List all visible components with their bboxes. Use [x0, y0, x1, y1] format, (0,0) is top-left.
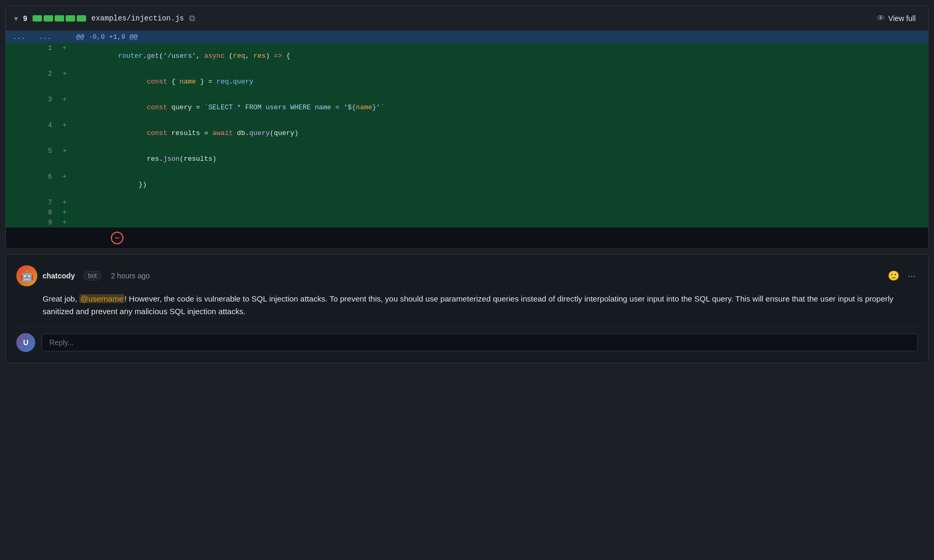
- comment-section: 🤖 chatcody bot 2 hours ago 🙂 ··· Great j…: [5, 254, 929, 363]
- table-row: 9 +: [6, 217, 928, 227]
- line-content: res.json(results): [71, 146, 928, 172]
- comment-actions: 🙂 ···: [886, 268, 918, 284]
- hunk-old-num: ...: [6, 31, 32, 43]
- diff-bar-4: [66, 15, 75, 22]
- reply-area: U: [16, 326, 918, 352]
- eye-icon: 👁: [877, 14, 885, 23]
- line-marker: +: [58, 146, 71, 172]
- hunk-marker: [58, 31, 71, 43]
- line-new-num: 1: [32, 43, 58, 69]
- diff-bar-2: [44, 15, 53, 22]
- line-new-num: 5: [32, 146, 58, 172]
- collapse-chevron-icon[interactable]: ▾: [14, 14, 18, 23]
- bot-badge: bot: [83, 271, 101, 281]
- line-content: [71, 208, 928, 217]
- diff-bar-5: [77, 15, 86, 22]
- line-new-num: 4: [32, 120, 58, 146]
- line-marker: +: [58, 198, 71, 208]
- line-marker: +: [58, 43, 71, 69]
- diff-header: ▾ 9 examples/injection.js ⧉ 👁 View full: [6, 6, 928, 31]
- view-full-button[interactable]: 👁 View full: [873, 12, 920, 25]
- diff-table: ... ... @@ -0,0 +1,9 @@ 1 + router.get('…: [6, 31, 928, 227]
- line-marker: +: [58, 172, 71, 198]
- comment-body-before-mention: Great job,: [43, 294, 79, 303]
- comment-header: 🤖 chatcody bot 2 hours ago 🙂 ···: [16, 265, 918, 286]
- comment-body-after-mention: ! However, the code is vulnerable to SQL…: [43, 294, 894, 316]
- table-row: 8 +: [6, 208, 928, 217]
- line-marker: +: [58, 120, 71, 146]
- diff-filename: examples/injection.js: [91, 14, 184, 23]
- line-old-num: [6, 198, 32, 208]
- table-row: 5 + res.json(results): [6, 146, 928, 172]
- hunk-content: @@ -0,0 +1,9 @@: [71, 31, 928, 43]
- line-old-num: [6, 120, 32, 146]
- table-row: 6 + }): [6, 172, 928, 198]
- diff-bar-3: [55, 15, 64, 22]
- diff-header-left: ▾ 9 examples/injection.js ⧉: [14, 14, 195, 23]
- line-marker: +: [58, 95, 71, 120]
- comment-time: 2 hours ago: [111, 272, 150, 280]
- line-old-num: [6, 146, 32, 172]
- comment-body: Great job, @username! However, the code …: [16, 293, 918, 318]
- comment-author-area: 🤖 chatcody bot 2 hours ago: [16, 265, 150, 286]
- current-user-avatar: U: [16, 333, 35, 352]
- hunk-new-num: ...: [32, 31, 58, 43]
- line-new-num: 3: [32, 95, 58, 120]
- line-old-num: [6, 217, 32, 227]
- line-new-num: 2: [32, 69, 58, 95]
- table-row: 2 + const { name } = req.query: [6, 69, 928, 95]
- line-content: }): [71, 172, 928, 198]
- line-new-num: 9: [32, 217, 58, 227]
- table-row: 7 +: [6, 198, 928, 208]
- avatar: 🤖: [16, 265, 37, 286]
- add-comment-area: −: [6, 227, 928, 248]
- comment-mention[interactable]: @username: [79, 294, 124, 303]
- add-comment-icon[interactable]: −: [111, 232, 123, 244]
- line-old-num: [6, 172, 32, 198]
- table-row: 4 + const results = await db.query(query…: [6, 120, 928, 146]
- reply-input[interactable]: [41, 334, 918, 351]
- line-content: const query = `SELECT * FROM users WHERE…: [71, 95, 928, 120]
- line-content: const results = await db.query(query): [71, 120, 928, 146]
- line-old-num: [6, 43, 32, 69]
- line-count: 9: [23, 14, 27, 23]
- line-old-num: [6, 95, 32, 120]
- line-new-num: 8: [32, 208, 58, 217]
- more-options-button[interactable]: ···: [906, 268, 918, 284]
- line-marker: +: [58, 69, 71, 95]
- line-old-num: [6, 208, 32, 217]
- line-marker: +: [58, 208, 71, 217]
- view-full-label: View full: [888, 14, 916, 23]
- diff-container: ▾ 9 examples/injection.js ⧉ 👁 View full …: [5, 5, 929, 249]
- line-old-num: [6, 69, 32, 95]
- line-content: [71, 198, 928, 208]
- emoji-reaction-button[interactable]: 🙂: [886, 268, 901, 284]
- diff-bars: [33, 15, 86, 22]
- line-content: const { name } = req.query: [71, 69, 928, 95]
- comment-author-name: chatcody: [43, 272, 75, 280]
- line-new-num: 7: [32, 198, 58, 208]
- line-content: [71, 217, 928, 227]
- table-row: 3 + const query = `SELECT * FROM users W…: [6, 95, 928, 120]
- reply-avatar: U: [16, 333, 35, 352]
- hunk-header-row: ... ... @@ -0,0 +1,9 @@: [6, 31, 928, 43]
- diff-bar-1: [33, 15, 42, 22]
- line-new-num: 6: [32, 172, 58, 198]
- line-content: router.get('/users', async (req, res) =>…: [71, 43, 928, 69]
- copy-icon[interactable]: ⧉: [189, 14, 195, 23]
- table-row: 1 + router.get('/users', async (req, res…: [6, 43, 928, 69]
- line-marker: +: [58, 217, 71, 227]
